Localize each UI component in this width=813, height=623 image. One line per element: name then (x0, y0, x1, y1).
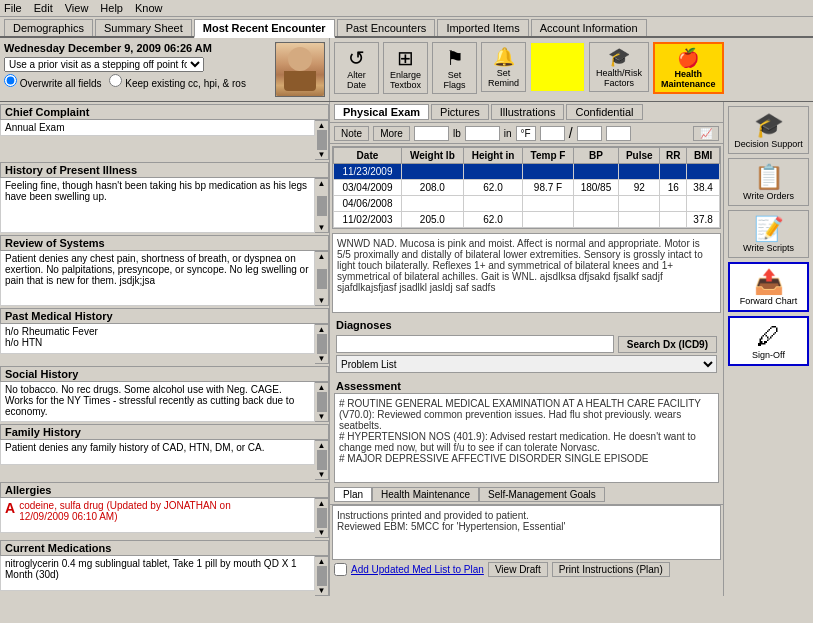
scroll-down-arrow[interactable]: ▼ (318, 354, 326, 363)
health-risk-icon: 🎓 (608, 46, 630, 68)
social-history-header: Social History (0, 366, 329, 382)
decision-support-btn[interactable]: 🎓 Decision Support (728, 106, 809, 154)
social-scrollbar[interactable]: ▲▼ (315, 382, 329, 422)
write-scripts-btn[interactable]: 📝 Write Scripts (728, 210, 809, 258)
scroll-up-arrow[interactable]: ▲ (318, 121, 326, 130)
scroll-up-arrow[interactable]: ▲ (318, 179, 326, 188)
add-med-checkbox[interactable] (334, 563, 347, 576)
past-medical-scrollbar[interactable]: ▲▼ (315, 324, 329, 364)
enlarge-textbox-btn[interactable]: ⊞ EnlargeTextbox (383, 42, 428, 94)
diagnoses-search-input[interactable] (336, 335, 614, 353)
scroll-thumb[interactable] (317, 508, 327, 528)
slash1: / (569, 125, 573, 141)
set-flags-btn[interactable]: ⚑ SetFlags (432, 42, 477, 94)
scroll-down-arrow[interactable]: ▼ (318, 150, 326, 159)
graph-btn[interactable]: 📈 (693, 126, 719, 141)
scroll-thumb[interactable] (317, 196, 327, 216)
scroll-up-arrow[interactable]: ▲ (318, 325, 326, 334)
row3-height: 62.0 (463, 212, 523, 228)
meds-scrollbar[interactable]: ▲▼ (315, 556, 329, 596)
scroll-up-arrow[interactable]: ▲ (318, 441, 326, 450)
tab-illustrations[interactable]: Illustrations (491, 104, 565, 120)
family-scrollbar[interactable]: ▲▼ (315, 440, 329, 480)
scroll-thumb[interactable] (317, 566, 327, 586)
tab-confidential[interactable]: Confidential (566, 104, 642, 120)
tab-past-encounters[interactable]: Past Encounters (337, 19, 436, 36)
note-btn[interactable]: Note (334, 126, 369, 141)
vitals-row-3[interactable]: 11/02/2003 205.0 62.0 37.8 (334, 212, 720, 228)
health-maintenance-btn[interactable]: 🍎 HealthMaintenance (653, 42, 724, 94)
scroll-down-arrow[interactable]: ▼ (318, 586, 326, 595)
tab-account[interactable]: Account Information (531, 19, 647, 36)
plan-content-area[interactable]: Instructions printed and provided to pat… (332, 505, 721, 560)
yellow-box-btn[interactable] (530, 42, 585, 92)
tab-plan[interactable]: Plan (334, 487, 372, 502)
bp-input[interactable] (577, 126, 602, 141)
sign-off-btn[interactable]: 🖊 Sign-Off (728, 316, 809, 366)
print-instructions-btn[interactable]: Print Instructions (Plan) (552, 562, 670, 577)
radio-overwrite[interactable] (4, 74, 17, 87)
menu-edit[interactable]: Edit (34, 2, 53, 14)
tab-imported[interactable]: Imported Items (437, 19, 528, 36)
set-remind-btn[interactable]: 🔔 SetRemind (481, 42, 526, 92)
left-clinical-panel: Chief Complaint Annual Exam ▲▼ History o… (0, 102, 330, 596)
search-dx-btn[interactable]: Search Dx (ICD9) (618, 336, 717, 353)
visit-select[interactable]: Use a prior visit as a stepping off poin… (4, 57, 204, 72)
vitals-row-2[interactable]: 04/06/2008 (334, 196, 720, 212)
temp-input[interactable] (540, 126, 565, 141)
row0-bmi (687, 164, 720, 180)
vitals-row-0[interactable]: 11/23/2009 (334, 164, 720, 180)
menu-view[interactable]: View (65, 2, 89, 14)
family-history-text: Patient denies any family history of CAD… (0, 440, 315, 465)
vitals-row-1[interactable]: 03/04/2009 208.0 62.0 98.7 F 180/85 92 1… (334, 180, 720, 196)
tab-health-maintenance[interactable]: Health Maintenance (372, 487, 479, 502)
soap-note-area[interactable]: WNWD NAD. Mucosa is pink and moist. Affe… (332, 233, 721, 313)
scroll-down-arrow[interactable]: ▼ (318, 470, 326, 479)
tab-summary[interactable]: Summary Sheet (95, 19, 192, 36)
scroll-down-arrow[interactable]: ▼ (318, 223, 326, 232)
scroll-down-arrow[interactable]: ▼ (318, 296, 326, 305)
diagnoses-controls: Search Dx (ICD9) (332, 333, 721, 355)
tab-physical-exam[interactable]: Physical Exam (334, 104, 429, 120)
sign-off-label: Sign-Off (752, 350, 785, 360)
scroll-thumb[interactable] (317, 450, 327, 470)
menu-know[interactable]: Know (135, 2, 163, 14)
height-input[interactable] (465, 126, 500, 141)
menu-file[interactable]: File (4, 2, 22, 14)
scroll-thumb[interactable] (317, 269, 327, 289)
tab-self-management[interactable]: Self-Management Goals (479, 487, 605, 502)
row2-date: 04/06/2008 (334, 196, 402, 212)
scroll-up-arrow[interactable]: ▲ (318, 383, 326, 392)
write-orders-btn[interactable]: 📋 Write Orders (728, 158, 809, 206)
history-scrollbar[interactable]: ▲▼ (315, 178, 329, 233)
scroll-thumb[interactable] (317, 334, 327, 354)
scroll-up-arrow[interactable]: ▲ (318, 557, 326, 566)
menu-help[interactable]: Help (100, 2, 123, 14)
radio-keep[interactable] (109, 74, 122, 87)
tab-demographics[interactable]: Demographics (4, 19, 93, 36)
assessment-text[interactable]: # ROUTINE GENERAL MEDICAL EXAMINATION AT… (334, 393, 719, 483)
tab-pictures[interactable]: Pictures (431, 104, 489, 120)
review-systems-content: Patient denies any chest pain, shortness… (0, 251, 315, 306)
health-risk-btn[interactable]: 🎓 Health/RiskFactors (589, 42, 649, 92)
scroll-thumb[interactable] (317, 392, 327, 412)
review-scrollbar[interactable]: ▲▼ (315, 251, 329, 306)
scroll-up-arrow[interactable]: ▲ (318, 252, 326, 261)
chief-complaint-scrollbar[interactable]: ▲▼ (315, 120, 329, 160)
problem-list-select[interactable]: Problem List (336, 355, 717, 373)
allergies-scrollbar[interactable]: ▲▼ (315, 498, 329, 538)
weight-input[interactable] (414, 126, 449, 141)
pulse-input[interactable] (606, 126, 631, 141)
scroll-thumb[interactable] (317, 130, 327, 150)
forward-chart-btn[interactable]: 📤 Forward Chart (728, 262, 809, 312)
tab-most-recent[interactable]: Most Recent Encounter (194, 19, 335, 38)
scroll-down-arrow[interactable]: ▼ (318, 412, 326, 421)
assessment-label: Assessment (332, 379, 721, 393)
alter-date-btn[interactable]: ↺ AlterDate (334, 42, 379, 94)
chief-complaint-row: Annual Exam ▲▼ (0, 120, 329, 160)
view-draft-btn[interactable]: View Draft (488, 562, 548, 577)
scroll-up-arrow[interactable]: ▲ (318, 499, 326, 508)
health-maintenance-label: HealthMaintenance (661, 69, 716, 89)
scroll-down-arrow[interactable]: ▼ (318, 528, 326, 537)
more-btn[interactable]: More (373, 126, 410, 141)
